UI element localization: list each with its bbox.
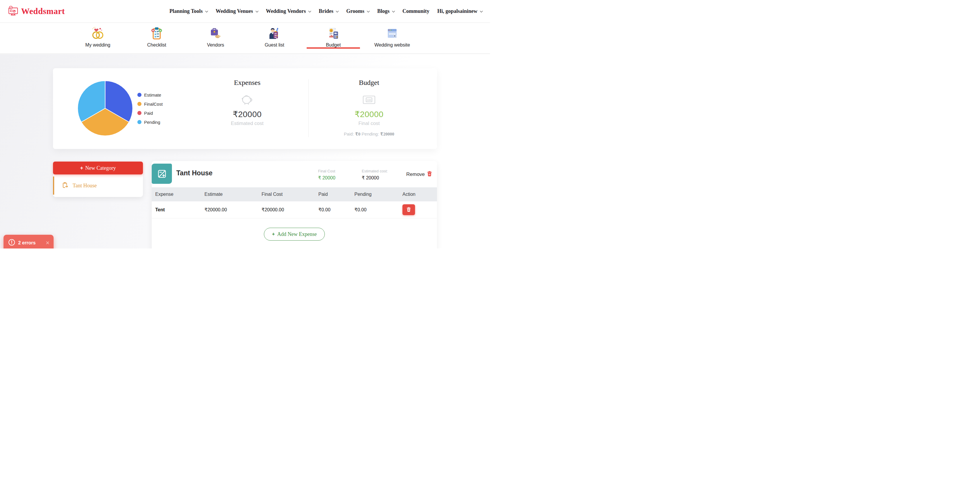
error-alert-icon [8,239,15,247]
expense-name: Tent [155,207,204,213]
paid-pending-summary: Paid: ₹0 Pending: ₹20000 [332,132,406,137]
expenses-title: Expenses [218,79,277,87]
paid-value: ₹0 [355,132,360,137]
expense-table-row: Tent ₹20000.00 ₹20000.00 ₹0.00 ₹0.00 [152,202,437,218]
expenses-caption: Estimated cost [218,121,277,127]
tab-checklist[interactable]: Checklist [127,23,186,54]
category-card-title: Tant House [176,169,213,177]
tab-label: Guest list [265,43,285,48]
delete-expense-button[interactable] [402,204,415,215]
budget-caption: Final cost [332,121,406,127]
legend-dot [137,93,142,97]
error-toast-message: 2 errors [18,240,36,246]
pie-legend: Estimate FinalCost Paid Pending [137,93,162,124]
tab-guest-list[interactable]: Guest list [245,23,304,54]
checklist-icon [150,27,164,40]
guest-list-icon [268,27,281,40]
nav-wedding-vendors[interactable]: Wedding Vendors [266,8,311,14]
brand-name: Weddsmart [21,6,65,16]
active-tab-underline [307,48,360,49]
svg-text:$: $ [330,29,332,32]
add-expense-row: + Add New Expense [152,228,437,241]
category-expense-card: Tant House Final Cost ₹ 20000 Estimated … [152,161,437,249]
main-navigation: Planning Tools Wedding Venues Wedding Ve… [170,8,482,14]
tab-label: My wedding [85,43,110,48]
nav-wedding-venues[interactable]: Wedding Venues [216,8,258,14]
vendors-icon [209,27,222,40]
budget-overview-card: Estimate FinalCost Paid Pending Expenses [53,68,437,149]
category-badge-icon [152,164,172,184]
nav-planning-tools[interactable]: Planning Tools [170,8,208,14]
tab-wedding-website[interactable]: www Wedding website [363,23,422,54]
svg-text:100: 100 [367,98,371,102]
budget-content: Estimate FinalCost Paid Pending Expenses [0,54,490,249]
pending-value: ₹20000 [380,132,394,137]
new-category-button[interactable]: +New Category [53,162,143,175]
tab-budget[interactable]: $ 0 Budget [304,23,363,54]
chevron-down-icon [309,10,311,13]
tab-label: Wedding website [374,43,410,48]
chevron-down-icon [392,10,395,13]
plus-icon: + [272,231,275,237]
final-cost-label: Final Cost [318,169,336,173]
legend-dot [137,102,142,106]
svg-text:0: 0 [336,32,337,34]
nav-community[interactable]: Community [402,8,430,14]
banknote-icon: 100 [332,94,406,106]
budget-title: Budget [332,79,406,87]
estimated-cost-label: Estimated cost: [362,169,388,173]
estimated-cost-block: Estimated cost: ₹ 20000 [362,169,388,181]
website-icon: www [385,27,399,40]
plus-icon: + [80,165,83,171]
trash-icon [407,207,411,213]
top-navigation-bar: Weddsmart Planning Tools Wedding Venues … [0,0,490,22]
nav-blogs[interactable]: Blogs [377,8,395,14]
svg-text:www: www [388,32,396,35]
weddsmart-logo[interactable]: Weddsmart [8,6,65,17]
category-item-tant-house[interactable]: Tant House [53,176,143,195]
expense-table-header: Expense Estimate Final Cost Paid Pending… [152,187,437,202]
estimated-cost-value: ₹ 20000 [362,175,388,181]
budget-calculator-icon: $ 0 [326,27,340,40]
planning-tabs: My wedding Checklist [0,22,490,54]
expense-pending: ₹0.00 [355,207,402,213]
category-list: Tant House [53,175,143,197]
user-menu[interactable]: Hi, gopalsaininew [437,8,482,14]
tab-label: Vendors [207,43,224,48]
tab-vendors[interactable]: Vendors [186,23,245,54]
piggy-bank-icon [218,94,277,106]
chevron-down-icon [205,10,208,13]
error-toast: 2 errors × [3,235,54,249]
expense-final-cost: ₹20000.00 [261,207,318,213]
chevron-down-icon [480,10,483,13]
weddsmart-logo-icon [8,6,19,17]
budget-summary: Budget 100 ₹20000 Final cost Paid: ₹0 Pe… [332,79,406,137]
remove-category-button[interactable]: Remove [406,171,432,178]
budget-page: Weddsmart Planning Tools Wedding Venues … [0,0,490,249]
chevron-down-icon [367,10,370,13]
expense-table: Expense Estimate Final Cost Paid Pending… [152,187,437,218]
expenses-summary: Expenses ₹20000 Estimated cost [218,79,277,127]
final-cost-block: Final Cost ₹ 20000 [318,169,336,181]
legend-item-paid[interactable]: Paid [137,111,162,115]
add-new-expense-button[interactable]: + Add New Expense [264,228,325,241]
legend-item-finalcost[interactable]: FinalCost [137,102,162,106]
final-cost-value: ₹ 20000 [318,175,336,181]
nav-brides[interactable]: Brides [319,8,338,14]
close-icon[interactable]: × [46,240,49,246]
budget-amount: ₹20000 [332,110,406,119]
tab-label: Checklist [147,43,166,48]
nav-grooms[interactable]: Grooms [346,8,369,14]
category-name: Tant House [73,183,97,189]
wedding-rings-icon [91,27,105,40]
category-panel: +New Category Tant House [53,162,143,197]
legend-item-estimate[interactable]: Estimate [137,93,162,97]
legend-item-pending[interactable]: Pending [137,120,162,124]
legend-dot [137,120,142,124]
expenses-amount: ₹20000 [218,110,277,119]
legend-dot [137,111,142,115]
tab-my-wedding[interactable]: My wedding [68,23,127,54]
chevron-down-icon [255,10,258,13]
chevron-down-icon [336,10,339,13]
tab-label: Budget [326,43,341,48]
